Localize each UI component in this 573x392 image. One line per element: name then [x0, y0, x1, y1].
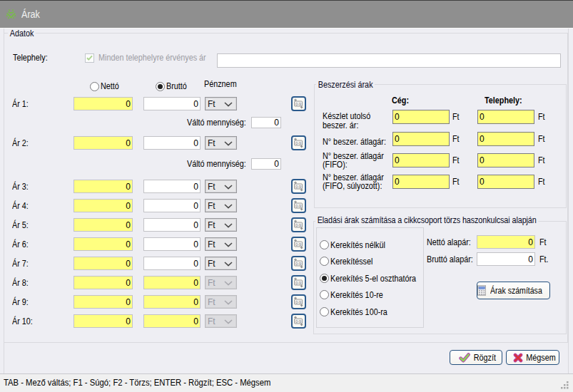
- svg-text:0-9: 0-9: [295, 300, 301, 304]
- svg-text:0-9: 0-9: [295, 281, 301, 285]
- svg-text:0-9: 0-9: [295, 204, 301, 208]
- svg-text:0-9: 0-9: [295, 102, 301, 106]
- svg-text:0-9: 0-9: [295, 262, 301, 266]
- svg-text:0-9: 0-9: [295, 319, 301, 324]
- svg-text:0-9: 0-9: [295, 223, 301, 227]
- svg-text:0-9: 0-9: [295, 185, 301, 189]
- svg-text:0-9: 0-9: [295, 242, 301, 247]
- svg-text:0-9: 0-9: [295, 141, 301, 145]
